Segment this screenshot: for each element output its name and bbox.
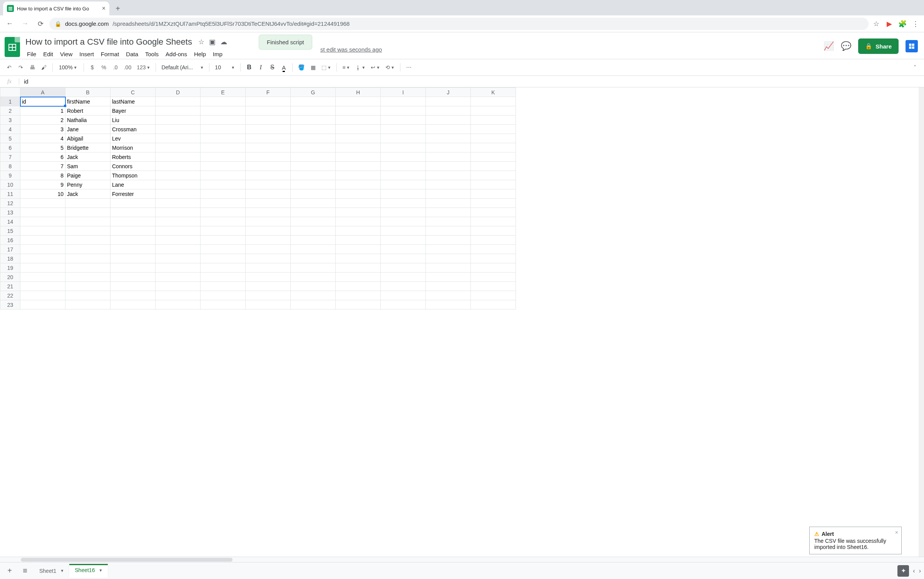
cell[interactable]: Jane (65, 125, 110, 134)
cell[interactable]: Jack (65, 189, 110, 199)
cell[interactable] (156, 171, 201, 180)
cell[interactable] (65, 273, 110, 282)
cell[interactable]: firstName (65, 97, 110, 106)
menu-imp[interactable]: Imp (210, 49, 226, 59)
cell[interactable] (336, 189, 381, 199)
row-header[interactable]: 21 (0, 282, 20, 291)
close-tab-icon[interactable]: × (102, 5, 105, 12)
cell[interactable]: Roberts (110, 152, 156, 162)
cell[interactable] (156, 263, 201, 273)
cell[interactable]: Nathalia (65, 115, 110, 125)
cell[interactable] (156, 199, 201, 208)
cloud-status-icon[interactable]: ☁ (220, 38, 227, 46)
cell[interactable] (426, 125, 471, 134)
cell[interactable] (291, 152, 336, 162)
cell[interactable] (201, 189, 246, 199)
cell[interactable] (201, 171, 246, 180)
cell[interactable] (381, 236, 426, 245)
cell[interactable] (110, 291, 156, 300)
cell[interactable] (65, 199, 110, 208)
cell[interactable] (201, 134, 246, 143)
cell[interactable]: Abigail (65, 134, 110, 143)
cell[interactable] (471, 282, 516, 291)
cell[interactable] (291, 291, 336, 300)
star-doc-icon[interactable]: ☆ (198, 38, 204, 46)
cell[interactable] (426, 134, 471, 143)
bold-button[interactable]: B (244, 62, 254, 73)
cell[interactable] (156, 134, 201, 143)
cell[interactable] (426, 282, 471, 291)
cell[interactable] (291, 208, 336, 217)
cell[interactable] (246, 291, 291, 300)
cell[interactable] (291, 180, 336, 189)
row-header[interactable]: 22 (0, 291, 20, 300)
cell[interactable] (156, 208, 201, 217)
row-header[interactable]: 2 (0, 106, 20, 115)
fill-color-button[interactable]: 🪣 (296, 62, 307, 73)
paint-format-button[interactable]: 🖌 (38, 62, 49, 73)
cell[interactable] (426, 152, 471, 162)
cell[interactable] (246, 282, 291, 291)
cell[interactable] (20, 226, 65, 236)
col-header-H[interactable]: H (336, 88, 381, 97)
reload-button[interactable]: ⟳ (34, 17, 47, 30)
cell[interactable] (336, 115, 381, 125)
more-toolbar-button[interactable]: ⋯ (403, 62, 414, 73)
cell[interactable] (201, 143, 246, 152)
row-header[interactable]: 18 (0, 254, 20, 263)
cell[interactable] (471, 208, 516, 217)
cell[interactable] (291, 254, 336, 263)
cell[interactable] (20, 291, 65, 300)
cell[interactable]: Robert (65, 106, 110, 115)
col-header-G[interactable]: G (291, 88, 336, 97)
cell[interactable]: Bridgette (65, 143, 110, 152)
cell[interactable] (291, 143, 336, 152)
cell[interactable] (156, 162, 201, 171)
cell[interactable] (471, 106, 516, 115)
cell[interactable]: Penny (65, 180, 110, 189)
cell[interactable] (20, 263, 65, 273)
cell[interactable] (471, 300, 516, 310)
cell[interactable] (426, 97, 471, 106)
cell[interactable] (471, 180, 516, 189)
cell[interactable]: id (20, 97, 65, 106)
cell[interactable]: 9 (20, 180, 65, 189)
cell[interactable] (426, 245, 471, 254)
cell[interactable]: lastName (110, 97, 156, 106)
share-button[interactable]: 🔒 Share (858, 38, 899, 54)
cell[interactable] (65, 226, 110, 236)
cell[interactable] (201, 236, 246, 245)
row-header[interactable]: 3 (0, 115, 20, 125)
cell[interactable] (201, 115, 246, 125)
cell[interactable] (246, 97, 291, 106)
cell[interactable]: Jack (65, 152, 110, 162)
row-header[interactable]: 5 (0, 134, 20, 143)
cell[interactable] (110, 254, 156, 263)
menu-add-ons[interactable]: Add-ons (162, 49, 190, 59)
cell[interactable] (426, 263, 471, 273)
cell[interactable] (201, 180, 246, 189)
cell[interactable] (336, 273, 381, 282)
cell[interactable] (201, 162, 246, 171)
cell[interactable] (246, 263, 291, 273)
cell[interactable] (201, 226, 246, 236)
cell[interactable] (291, 199, 336, 208)
row-header[interactable]: 9 (0, 171, 20, 180)
back-button[interactable]: ← (3, 17, 16, 30)
account-button[interactable] (906, 40, 918, 52)
menu-help[interactable]: Help (191, 49, 209, 59)
last-edit-text[interactable]: st edit was seconds ago (320, 46, 382, 53)
cell[interactable]: 8 (20, 171, 65, 180)
cell[interactable] (201, 273, 246, 282)
row-header[interactable]: 12 (0, 199, 20, 208)
cell[interactable] (426, 180, 471, 189)
cell[interactable] (426, 171, 471, 180)
cell[interactable] (156, 180, 201, 189)
cell[interactable] (110, 300, 156, 310)
cell[interactable] (336, 199, 381, 208)
cell[interactable]: Liu (110, 115, 156, 125)
cell[interactable] (336, 143, 381, 152)
cell[interactable] (336, 152, 381, 162)
cell[interactable] (110, 199, 156, 208)
cell[interactable] (336, 97, 381, 106)
